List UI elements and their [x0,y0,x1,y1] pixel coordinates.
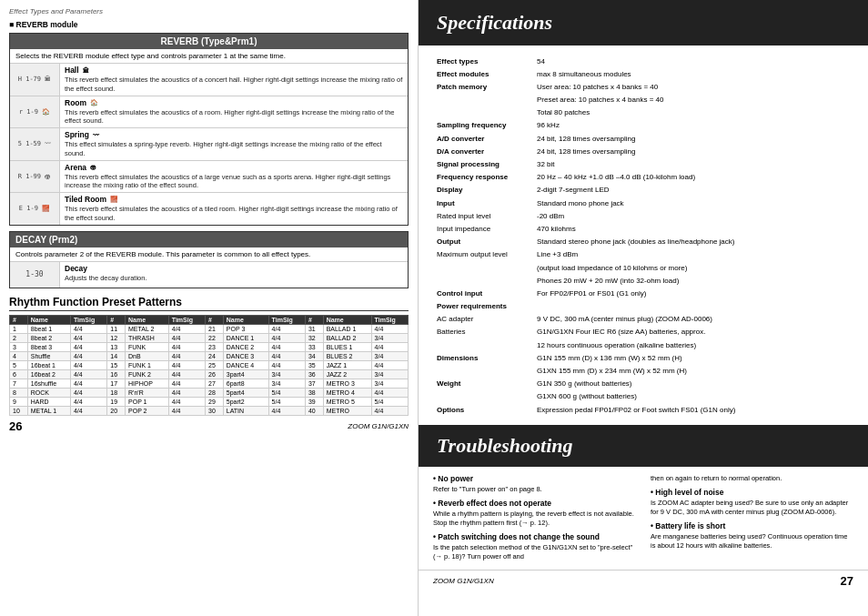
spec-row: InputStandard mono phone jack [433,197,853,209]
trouble-text: Is the patch selection method of the G1N… [433,543,636,562]
reverb-type-block: REVERB (Type&Prm1) Selects the REVERB mo… [9,33,409,226]
spec-row: G1XN 600 g (without batteries) [433,390,853,403]
table-row: 4Shuffle4/414DnB4/424DANCE 34/434BLUES 2… [10,351,409,360]
col-header-7: # [206,315,224,324]
table-row: 716shuffle4/417HIPHOP4/4276part83/437MET… [10,379,409,388]
effect-name-arena: Arena 🏟 [65,163,403,172]
decay-content: Decay Adjusts the decay duration. [60,262,408,288]
footer-brand-right: ZOOM G1N/G1XN [433,577,494,585]
effect-row-spring: 5 1-59 〰 Spring 〰 This effect simulates … [10,128,408,161]
trouble-title: No power [433,474,636,483]
table-row: 8ROCK4/418R'n'R4/4285part45/438METRO 44/… [10,388,409,397]
col-header-1: # [10,315,28,324]
trouble-item: Patch switching does not change the soun… [433,532,636,562]
trouble-title: Battery life is short [651,521,853,530]
spec-row: BatteriesG1N/G1XN Four IEC R6 (size AA) … [433,326,853,338]
effect-name-spring: Spring 〰 [65,130,403,139]
rhythm-section: Rhythm Function Preset Patterns # Name T… [9,296,409,416]
spec-row: Sampling frequency96 kHz [433,119,853,132]
decay-header: DECAY (Prm2) [10,232,408,247]
spec-row: OutputStandard stereo phone jack (double… [433,236,853,248]
effect-content-hall: Hall 🏛 This reverb effect simulates the … [60,64,408,96]
spec-row: A/D converter24 bit, 128 times oversampl… [433,132,853,145]
trouble-title: Patch switching does not change the soun… [433,532,636,541]
spec-row: G1XN 155 mm (D) x 234 mm (W) x 52 mm (H) [433,365,853,378]
trouble-item: Battery life is shortAre manganese batte… [651,521,853,551]
spec-row: OptionsExpression pedal FP01/FP02 or Foo… [433,403,853,416]
decay-block: DECAY (Prm2) Controls parameter 2 of the… [9,231,409,288]
spec-row: Effect types54 [433,55,853,67]
rhythm-table: # Name TimSig # Name TimSig # Name TimSi… [9,315,409,416]
effect-icon-spring: 5 1-59 〰 [10,128,60,160]
decay-sub-text: Adjusts the decay duration. [65,274,403,283]
spec-row: (output load impedance of 10 kilohms or … [433,261,853,274]
effect-icon-arena: R 1-99 🏟 [10,161,60,193]
effect-icon-room: r 1-9 🏠 [10,96,60,128]
footer-brand-left: ZOOM G1N/G1XN [348,422,409,430]
specs-content: Effect types54Effect modulesmax 8 simult… [419,45,868,425]
effect-content-arena: Arena 🏟 This reverb effect simulates the… [60,161,408,193]
spec-row: Rated input level-20 dBm [433,209,853,222]
right-footer: ZOOM G1N/G1XN 27 [419,570,868,591]
decay-desc: Controls parameter 2 of the REVERB modul… [10,247,408,262]
spec-row: Display2-digit 7-segment LED [433,184,853,197]
trouble-text: then on again to return to normal operat… [651,474,853,484]
spec-row: DimensionsG1N 155 mm (D) x 136 mm (W) x … [433,351,853,364]
effect-text-tiled: This reverb effect simulates the acousti… [65,205,403,223]
table-row: 18beat 14/411METAL 24/421POP 34/431BALLA… [10,324,409,333]
trouble-text: Are manganese batteries being used? Cont… [651,532,853,551]
col-header-11: Name [323,315,371,324]
effect-name-tiled: Tiled Room 🧱 [65,195,403,204]
page-num-right: 27 [841,574,853,588]
effect-name-hall: Hall 🏛 [65,66,403,75]
spec-row: Frequency response20 Hz – 40 kHz +1.0 dB… [433,171,853,184]
effect-row-hall: H 1-79 🏛 Hall 🏛 This reverb effect simul… [10,64,408,96]
specs-header: Specifications [419,0,868,45]
spec-row: Total 80 patches [433,106,853,119]
col-header-8: Name [223,315,268,324]
effect-text-spring: This effect simulates a spring-type reve… [65,140,403,158]
effect-content-tiled: Tiled Room 🧱 This reverb effect simulate… [60,193,408,225]
spec-row: D/A converter24 bit, 128 times oversampl… [433,145,853,157]
trouble-item: High level of noiseIs ZOOM AC adapter be… [651,488,853,518]
rhythm-header-row: # Name TimSig # Name TimSig # Name TimSi… [10,315,409,324]
effect-text-room: This reverb effect simulates the acousti… [65,108,403,126]
effect-content-spring: Spring 〰 This effect simulates a spring-… [60,128,408,160]
spec-row: AC adapter9 V DC, 300 mA (center minus p… [433,313,853,326]
spec-row: Effect modulesmax 8 simultaneous modules [433,67,853,80]
trouble-item: No powerRefer to "Turn power on" on page… [433,474,636,495]
decay-row: 1-30 Decay Adjusts the decay duration. [10,262,408,288]
col-header-4: # [107,315,126,324]
effect-row-room: r 1-9 🏠 Room 🏠 This reverb effect simula… [10,96,408,129]
spec-row: Preset area: 10 patches x 4 banks = 40 [433,94,853,106]
trouble-text: Is ZOOM AC adapter being used? Be sure t… [651,499,853,518]
spec-row: Maximum output levelLine +3 dBm [433,248,853,261]
table-row: 516beat 14/415FUNK 14/425DANCE 44/435JAZ… [10,360,409,369]
col-header-12: TimSig [371,315,408,324]
table-row: 616beat 24/416FUNK 24/4263part43/436JAZZ… [10,369,409,379]
reverb-type-desc: Selects the REVERB module effect type an… [10,49,408,64]
col-header-2: Name [27,315,70,324]
spec-row: Phones 20 mW + 20 mW (into 32-ohm load) [433,274,853,287]
col-header-9: TimSig [268,315,305,324]
effect-text-arena: This reverb effect simulates the acousti… [65,173,403,191]
effect-icon-hall: H 1-79 🏛 [10,64,60,96]
col-header-3: TimSig [70,315,106,324]
effect-icon-tiled: E 1-9 🧱 [10,193,60,225]
rhythm-title: Rhythm Function Preset Patterns [9,296,409,311]
troubleshoot-header: Troubleshooting [419,425,868,467]
trouble-title: High level of noise [651,488,853,497]
right-panel: Specifications Effect types54Effect modu… [419,0,868,616]
trouble-text: Refer to "Turn power on" on page 8. [433,485,636,495]
effect-name-room: Room 🏠 [65,98,403,107]
table-row: 28beat 24/412THRASH4/422DANCE 14/432BALL… [10,333,409,342]
table-row: 9HARD4/419POP 14/4295part25/439METRO 55/… [10,397,409,406]
spec-row: 12 hours continuous operation (alkaline … [433,338,853,351]
trouble-item: then on again to return to normal operat… [651,474,853,484]
left-footer: 26 ZOOM G1N/G1XN [9,419,409,433]
col-header-10: # [305,315,323,324]
trouble-text: While a rhythm pattern is playing, the r… [433,510,636,529]
table-row: 10METAL 14/420POP 24/430LATIN4/440METRO4… [10,406,409,415]
reverb-type-header: REVERB (Type&Prm1) [10,34,408,49]
page-num-left: 26 [9,419,22,433]
